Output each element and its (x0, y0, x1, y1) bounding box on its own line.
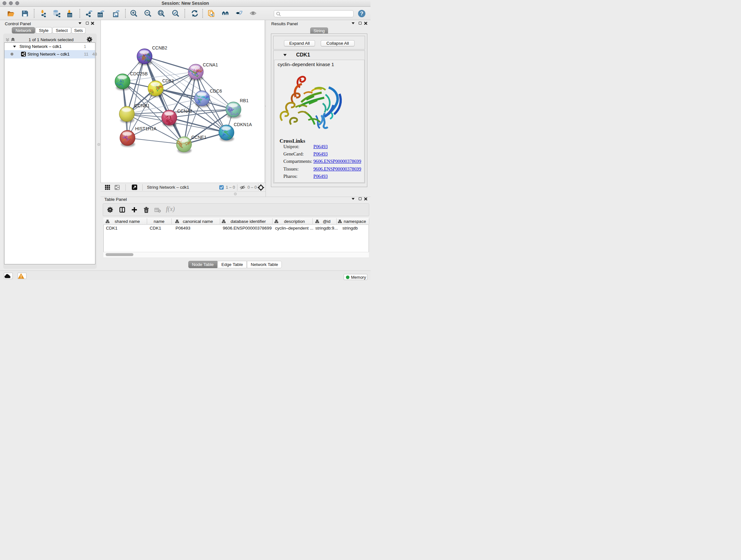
svg-text:HIST1H1A: HIST1H1A (135, 126, 157, 131)
svg-text:CCNA2: CCNA2 (177, 109, 192, 114)
svg-text:CCNE1: CCNE1 (191, 135, 206, 140)
svg-text:CCNA1: CCNA1 (203, 62, 218, 67)
svg-text:CCNB1: CCNB1 (134, 103, 150, 108)
svg-text:CDKN1A: CDKN1A (233, 122, 252, 127)
svg-text:CCNB2: CCNB2 (152, 45, 167, 51)
svg-text:CDC25B: CDC25B (130, 71, 147, 76)
svg-text:CDC6: CDC6 (210, 88, 222, 94)
svg-text:CDK1: CDK1 (162, 78, 174, 83)
svg-text:RB1: RB1 (240, 98, 248, 103)
